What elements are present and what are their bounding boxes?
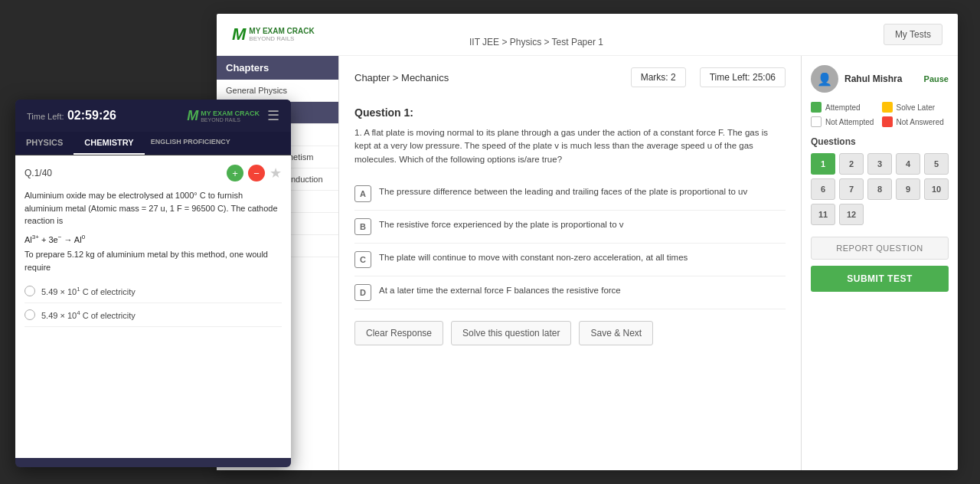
logo-tagline: BEYOND RAILS: [249, 35, 314, 42]
time-left-label: Time Left:: [27, 112, 64, 121]
overlay-option-1[interactable]: 5.49 × 101 C of electricity: [24, 280, 282, 303]
user-area: 👤 Rahul Mishra Pause: [811, 65, 949, 93]
overlay-logo-tagline: BEYOND RAILS: [201, 117, 260, 123]
overlay-question-text: Aluminium oxide may be electrolysed at 1…: [24, 189, 282, 227]
content-badges: Marks: 2 Time Left: 25:06: [631, 67, 786, 87]
q-btn-4[interactable]: 4: [896, 153, 920, 175]
questions-title: Questions: [811, 136, 949, 147]
breadcrumb: IIT JEE > Physics > Test Paper 1: [469, 37, 603, 47]
time-badge: Time Left: 25:06: [700, 67, 786, 87]
logo-icon: M: [232, 25, 246, 44]
q-btn-6[interactable]: 6: [811, 178, 835, 200]
option-d[interactable]: D At a later time the external force F b…: [354, 276, 786, 309]
not-attempted-label: Not Attempted: [825, 118, 874, 126]
marks-badge: Marks: 2: [631, 67, 686, 87]
action-buttons: Clear Response Solve this question later…: [354, 321, 786, 345]
tab-physics[interactable]: PHYSICS: [15, 132, 74, 155]
overlay-option-1-text: 5.49 × 101 C of electricity: [41, 286, 136, 296]
overlay-header: Time Left: 02:59:26 M MY EXAM CRACK BEYO…: [15, 100, 291, 132]
overlay-card: Time Left: 02:59:26 M MY EXAM CRACK BEYO…: [15, 100, 291, 467]
radio-1: [24, 286, 35, 296]
q-btn-1[interactable]: 1: [811, 153, 835, 175]
body-area: Chapters General Physics Mechanics Therm…: [217, 56, 958, 470]
save-next-button[interactable]: Save & Next: [579, 321, 653, 345]
overlay-option-2[interactable]: 5.49 × 104 C of electricity: [24, 303, 282, 327]
star-button[interactable]: ★: [270, 165, 282, 182]
overlay-logo-area: M MY EXAM CRACK BEYOND RAILS: [187, 108, 260, 124]
q-btn-8[interactable]: 8: [867, 178, 892, 200]
not-answered-label: Not Answered: [897, 118, 944, 126]
attempted-label: Attempted: [825, 103, 861, 112]
option-b-text: The resistive force experienced by the p…: [379, 218, 624, 231]
chem-formula: Al3+ + 3e− → Al0: [24, 234, 282, 244]
clear-response-button[interactable]: Clear Response: [354, 321, 443, 345]
q-btn-9[interactable]: 9: [896, 178, 920, 200]
subject-tabs: PHYSICS CHEMISTRY ENGLISH PROFICIENCY: [15, 132, 291, 155]
q-btn-7[interactable]: 7: [839, 178, 864, 200]
overlay-q-num: Q.1/40: [24, 168, 52, 178]
time-left-value: 02:59:26: [67, 109, 116, 122]
tab-english-proficiency[interactable]: ENGLISH PROFICIENCY: [145, 132, 237, 155]
plus-button[interactable]: +: [227, 165, 243, 182]
tab-chemistry[interactable]: CHEMISTRY: [74, 132, 144, 155]
solve-later-dot: [882, 102, 893, 113]
option-d-label: D: [354, 284, 371, 301]
option-a-text: The pressure difference between the lead…: [379, 185, 747, 198]
overlay-q-actions: + − ★: [227, 165, 282, 182]
option-d-text: At a later time the external force F bal…: [379, 284, 621, 296]
not-attempted-dot: [811, 116, 822, 127]
question-text: 1. A flat plate is moving normal to its …: [354, 126, 786, 166]
submit-test-button[interactable]: SUBMIT TEST: [811, 266, 949, 292]
q-btn-2[interactable]: 2: [839, 153, 864, 175]
option-c[interactable]: C The plate will continue to move with c…: [354, 244, 786, 276]
q-btn-11[interactable]: 11: [811, 204, 835, 225]
overlay-option-2-text: 5.49 × 104 C of electricity: [41, 309, 136, 320]
chapter-path: Chapter > Mechanics: [354, 72, 449, 83]
avatar: 👤: [811, 65, 838, 93]
option-b-label: B: [354, 218, 371, 235]
my-tests-button[interactable]: My Tests: [884, 24, 942, 45]
chapter-item-general-physics[interactable]: General Physics: [217, 80, 338, 102]
header: M MY EXAM CRACK BEYOND RAILS IIT JEE > P…: [217, 14, 958, 56]
legend-grid: Attempted Solve Later Not Attempted Not …: [811, 102, 949, 127]
overlay-logo-text: MY EXAM CRACK: [201, 110, 260, 117]
q-btn-5[interactable]: 5: [924, 153, 949, 175]
right-panel: 👤 Rahul Mishra Pause Attempted Solve Lat…: [801, 56, 958, 470]
overlay-logo-icon: M: [187, 108, 198, 124]
hamburger-icon[interactable]: ☰: [267, 107, 279, 124]
overlay-body: Q.1/40 + − ★ Aluminium oxide may be elec…: [15, 155, 291, 458]
content-header: Chapter > Mechanics Marks: 2 Time Left: …: [354, 67, 786, 95]
main-panel: M MY EXAM CRACK BEYOND RAILS IIT JEE > P…: [217, 14, 958, 470]
overlay-q-header: Q.1/40 + − ★: [24, 165, 282, 182]
solve-later-label: Solve Later: [897, 103, 936, 112]
report-question-button[interactable]: REPORT QUESTION: [811, 237, 949, 260]
logo-text: MY EXAM CRACK: [249, 27, 314, 35]
option-a-label: A: [354, 185, 371, 202]
legend-not-attempted: Not Attempted: [811, 116, 878, 127]
logo-area: M MY EXAM CRACK BEYOND RAILS: [232, 25, 315, 44]
q-btn-3[interactable]: 3: [867, 153, 892, 175]
pause-button[interactable]: Pause: [924, 74, 949, 83]
option-a[interactable]: A The pressure difference between the le…: [354, 178, 786, 211]
legend-attempted: Attempted: [811, 102, 878, 113]
main-content: Chapter > Mechanics Marks: 2 Time Left: …: [339, 56, 801, 470]
option-c-text: The plate will continue to move with con…: [379, 251, 688, 263]
solve-later-button[interactable]: Solve this question later: [451, 321, 571, 345]
user-name: Rahul Mishra: [844, 74, 902, 84]
attempted-dot: [811, 102, 822, 113]
overlay-sub-text: To prepare 5.12 kg of aluminium metal by…: [24, 248, 282, 273]
minus-button[interactable]: −: [248, 165, 265, 182]
option-c-label: C: [354, 251, 371, 268]
time-left-area: Time Left: 02:59:26: [27, 109, 116, 123]
q-btn-12[interactable]: 12: [839, 204, 864, 225]
question-grid: 1 2 3 4 5 6 7 8 9 10 11 12: [811, 153, 949, 225]
legend-solve-later: Solve Later: [882, 102, 949, 113]
q-btn-10[interactable]: 10: [924, 178, 949, 200]
not-answered-dot: [882, 116, 893, 127]
chapters-title: Chapters: [217, 56, 338, 80]
option-b[interactable]: B The resistive force experienced by the…: [354, 211, 786, 244]
legend-not-answered: Not Answered: [882, 116, 949, 127]
radio-2: [24, 309, 35, 320]
question-label: Question 1:: [354, 106, 786, 119]
